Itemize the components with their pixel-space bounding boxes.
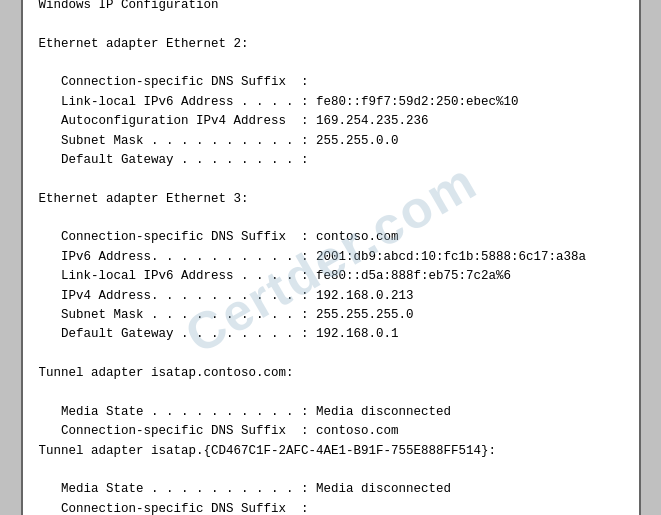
- terminal-content: Windows IP Configuration Ethernet adapte…: [39, 0, 623, 515]
- terminal-window: Certder.com Windows IP Configuration Eth…: [21, 0, 641, 515]
